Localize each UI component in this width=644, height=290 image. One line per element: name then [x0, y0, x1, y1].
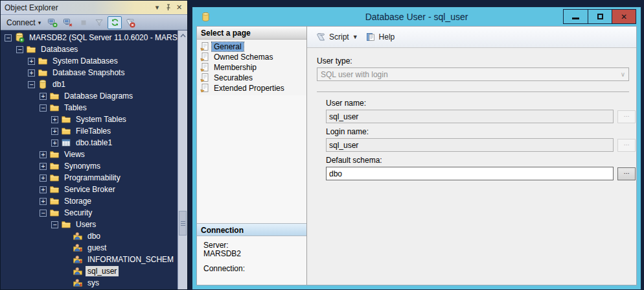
stop-icon — [78, 18, 89, 28]
window-controls: ✕ — [563, 9, 636, 24]
tree-item-label: Synonyms — [62, 161, 102, 171]
page-item-label: Securables — [212, 73, 255, 82]
tree-item-dbo-table1[interactable]: +dbo.table1 — [1, 137, 178, 149]
default-schema-input[interactable] — [326, 167, 614, 180]
connect-caret-icon: ▾ — [38, 19, 41, 26]
expand-icon[interactable]: + — [51, 139, 58, 147]
user-type-combobox: SQL user with login ∨ — [317, 67, 629, 81]
tree-item-storage[interactable]: +Storage — [1, 195, 178, 207]
tree-item-views[interactable]: +Views — [1, 149, 178, 160]
filter-icon — [94, 18, 104, 28]
user-red-icon — [73, 278, 83, 288]
tree-item-information-schem[interactable]: INFORMATION_SCHEM — [1, 254, 178, 265]
user-name-label: User name: — [326, 99, 636, 108]
default-schema-browse-button[interactable]: ... — [617, 167, 636, 180]
tree-item-database-diagrams[interactable]: +Database Diagrams — [1, 90, 178, 102]
pin-icon[interactable] — [163, 2, 174, 13]
expand-icon[interactable]: + — [51, 116, 58, 123]
scrollbar-up-icon[interactable] — [178, 30, 187, 40]
page-item-securables[interactable]: Securables — [200, 73, 305, 82]
user-name-browse-button: ... — [617, 110, 636, 123]
page-item-general[interactable]: General — [200, 42, 305, 51]
object-explorer-titlebar: Object Explorer ▾ ✕ — [1, 1, 187, 14]
folder-icon — [49, 184, 60, 195]
tree-item-filetables[interactable]: +FileTables — [1, 125, 178, 137]
tree-item-label: Tables — [62, 103, 89, 113]
collapse-icon[interactable]: − — [16, 46, 23, 53]
tree-item-system-databases[interactable]: +System Databases — [1, 55, 178, 67]
page-item-owned-schemas[interactable]: Owned Schemas — [200, 52, 305, 62]
login-name-input — [326, 138, 614, 152]
maximize-icon — [597, 14, 603, 19]
tree-item-users[interactable]: −Users — [1, 219, 178, 230]
expand-icon[interactable]: + — [40, 198, 47, 205]
script-dropdown-icon[interactable]: ▼ — [352, 32, 362, 42]
tree-scrollbar[interactable] — [178, 30, 187, 289]
tree-item-label: sys — [86, 278, 101, 288]
tree-item-sql-user[interactable]: sql_user — [1, 265, 178, 277]
database-user-dialog: Database User - sql_user ✕ Select a page… — [192, 6, 641, 290]
tree-item-databases[interactable]: −Databases — [1, 43, 178, 55]
folder-icon — [26, 44, 36, 54]
close-button[interactable]: ✕ — [612, 10, 636, 23]
collapse-icon[interactable]: − — [51, 221, 58, 228]
tree-item-guest[interactable]: guest — [1, 242, 178, 254]
expand-icon[interactable]: + — [28, 58, 35, 65]
filter-button[interactable] — [92, 16, 106, 29]
tree-item-sys[interactable]: sys — [1, 277, 178, 289]
expand-icon[interactable]: + — [51, 128, 58, 135]
tree-item-service-broker[interactable]: +Service Broker — [1, 184, 178, 195]
folder-icon — [49, 91, 60, 101]
window-position-menu-icon[interactable]: ▾ — [152, 2, 163, 13]
tree-item-synonyms[interactable]: +Synonyms — [1, 160, 178, 172]
page-item-membership[interactable]: Membership — [200, 62, 305, 72]
page-item-label: General — [212, 42, 244, 51]
script-button[interactable]: Script — [312, 30, 352, 44]
connect-server-button[interactable] — [45, 16, 60, 29]
collapse-icon[interactable]: − — [40, 210, 47, 217]
close-panel-icon[interactable]: ✕ — [174, 2, 185, 13]
minimize-button[interactable] — [564, 10, 588, 23]
tree-item-programmability[interactable]: +Programmability — [1, 172, 178, 184]
object-explorer-toolbar: Connect ▾ — [1, 14, 187, 30]
expand-icon[interactable]: + — [40, 175, 47, 182]
refresh-icon — [110, 18, 120, 27]
folder-icon — [49, 208, 60, 218]
expand-icon[interactable]: + — [40, 186, 47, 193]
tree-item-security[interactable]: −Security — [1, 207, 178, 219]
stop-button[interactable] — [76, 16, 91, 29]
tree-item-label: db1 — [51, 79, 67, 90]
tree-item-marsdb2-sql-server-11-0-6020-marsd[interactable]: −MARSDB2 (SQL Server 11.0.6020 - MARSD — [1, 32, 178, 43]
page-item-extended-properties[interactable]: Extended Properties — [200, 83, 305, 93]
help-button[interactable]: Help — [362, 30, 398, 44]
tree-item-label: INFORMATION_SCHEM — [86, 254, 176, 265]
collapse-icon[interactable]: − — [5, 34, 12, 42]
scrollbar-thumb[interactable] — [179, 211, 187, 236]
tree-item-label: dbo.table1 — [74, 138, 114, 148]
connect-button[interactable]: Connect ▾ — [3, 17, 44, 29]
maximize-button[interactable] — [588, 10, 612, 23]
tree-item-database-snapshots[interactable]: +Database Snapshots — [1, 67, 178, 79]
tree-item-label: sql_user — [86, 266, 119, 276]
disconnect-server-button[interactable] — [61, 16, 75, 29]
page-item-label: Membership — [212, 63, 259, 72]
form-separator — [317, 91, 629, 92]
folder-icon — [61, 114, 71, 125]
table-icon — [61, 138, 71, 148]
expand-icon[interactable]: + — [40, 93, 47, 100]
expand-icon[interactable]: + — [28, 69, 35, 77]
user-icon — [73, 231, 83, 241]
disable-script-button[interactable] — [123, 16, 137, 29]
tree-item-db1[interactable]: −db1 — [1, 79, 178, 90]
refresh-button[interactable] — [108, 16, 122, 29]
connection-label: Connection: — [203, 265, 300, 273]
tree-item-dbo[interactable]: dbo — [1, 230, 178, 242]
expand-icon[interactable]: + — [40, 163, 47, 170]
collapse-icon[interactable]: − — [40, 104, 47, 112]
tree-item-label: Storage — [62, 196, 93, 206]
tree-item-system-tables[interactable]: +System Tables — [1, 114, 178, 125]
collapse-icon[interactable]: − — [28, 81, 35, 88]
folder-icon — [61, 126, 71, 136]
expand-icon[interactable]: + — [40, 151, 47, 158]
tree-item-tables[interactable]: −Tables — [1, 102, 178, 114]
